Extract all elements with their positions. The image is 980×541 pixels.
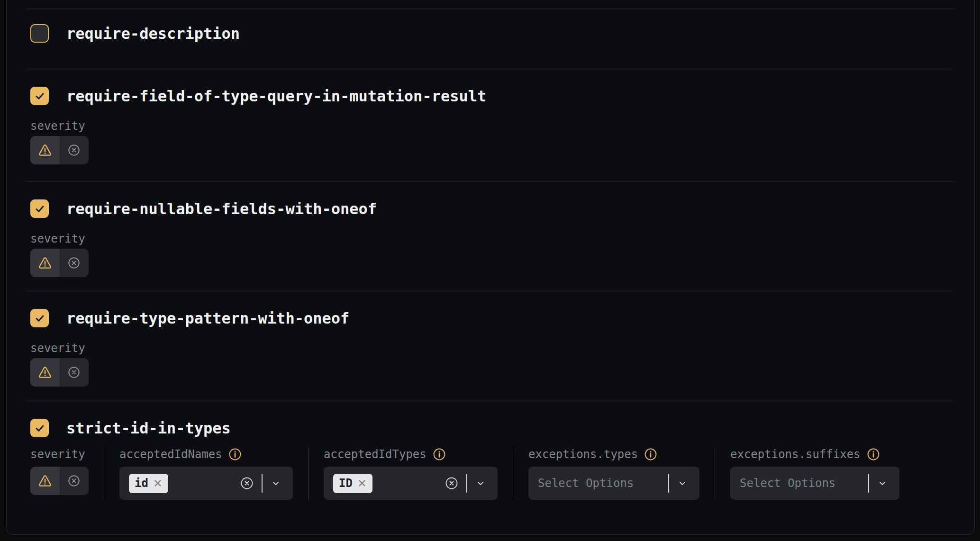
info-icon[interactable] (867, 448, 880, 460)
warning-icon (37, 473, 53, 488)
rule-name: require-description (66, 25, 240, 43)
severity-off-button[interactable] (60, 358, 89, 387)
option-group-exceptions-suffixes: exceptions.suffixes Select Options (730, 448, 899, 500)
x-circle-icon (67, 365, 81, 379)
rule-row-require-description: require-description (7, 9, 974, 69)
rule-checkbox[interactable] (30, 199, 49, 218)
field-label: exceptions.types (528, 448, 638, 461)
check-icon (34, 90, 45, 102)
clear-icon[interactable] (240, 476, 254, 490)
selected-tag: ID (333, 474, 372, 493)
select-divider (668, 474, 669, 493)
tag-label: id (135, 477, 148, 490)
check-icon (34, 203, 45, 215)
severity-warn-button[interactable] (30, 249, 60, 277)
severity-label: severity (30, 342, 974, 355)
severity-off-button[interactable] (60, 249, 89, 277)
vertical-separator (104, 448, 104, 500)
severity-toggle (30, 249, 89, 277)
severity-toggle (30, 467, 89, 495)
tag-label: ID (339, 477, 353, 490)
check-icon (34, 423, 45, 434)
option-group-acceptedIdNames: acceptedIdNames id (119, 448, 293, 500)
warning-icon (37, 365, 53, 380)
x-circle-icon (67, 474, 81, 488)
rule-row-strict-id-in-types: strict-id-in-types severity (7, 401, 974, 535)
warning-icon (37, 255, 53, 270)
check-icon (34, 313, 45, 324)
rule-row-require-nullable-fields-with-oneof: require-nullable-fields-with-oneof sever… (7, 182, 974, 291)
multiselect-acceptedIdNames[interactable]: id (119, 467, 293, 500)
severity-off-button[interactable] (60, 467, 89, 495)
rule-checkbox[interactable] (30, 24, 49, 43)
rule-name: require-field-of-type-query-in-mutation-… (66, 87, 486, 105)
panel-top-spacer (7, 0, 974, 9)
severity-label: severity (30, 119, 974, 133)
tag-remove-icon[interactable] (153, 478, 163, 488)
chevron-down-icon[interactable] (677, 478, 688, 489)
severity-warn-button[interactable] (30, 358, 60, 387)
x-circle-icon (67, 143, 81, 157)
vertical-separator (308, 448, 309, 500)
option-group-acceptedIdTypes: acceptedIdTypes ID (324, 448, 498, 500)
severity-toggle (30, 358, 89, 387)
info-icon[interactable] (644, 448, 657, 460)
clear-icon[interactable] (445, 476, 459, 490)
chevron-down-icon[interactable] (877, 478, 888, 489)
rule-row-require-field-of-type-query-in-mutation-result: require-field-of-type-query-in-mutation-… (7, 69, 974, 181)
rule-row-require-type-pattern-with-oneof: require-type-pattern-with-oneof severity (7, 291, 974, 401)
select-divider (466, 474, 467, 493)
rule-name: require-type-pattern-with-oneof (66, 309, 349, 327)
severity-toggle (30, 136, 89, 164)
vertical-separator (513, 448, 513, 500)
select-placeholder: Select Options (538, 477, 634, 490)
severity-warn-button[interactable] (30, 467, 60, 495)
select-divider (262, 474, 263, 493)
info-icon[interactable] (229, 448, 241, 460)
severity-off-button[interactable] (60, 136, 89, 164)
warning-icon (37, 143, 53, 158)
option-group-severity: severity (30, 448, 89, 495)
selected-tag: id (129, 474, 168, 493)
rule-name: strict-id-in-types (66, 419, 231, 437)
option-group-exceptions-types: exceptions.types Select Options (528, 448, 699, 500)
rule-checkbox[interactable] (30, 87, 49, 105)
severity-warn-button[interactable] (30, 136, 60, 164)
severity-label: severity (30, 448, 89, 461)
multiselect-acceptedIdTypes[interactable]: ID (324, 467, 498, 500)
chevron-down-icon[interactable] (475, 478, 486, 489)
tag-remove-icon[interactable] (357, 478, 367, 488)
rules-panel: require-description require-field-of-typ… (6, 0, 975, 535)
select-divider (868, 474, 869, 493)
severity-label: severity (30, 232, 974, 245)
select-placeholder: Select Options (740, 477, 835, 490)
field-label: acceptedIdNames (119, 448, 222, 461)
rule-checkbox[interactable] (30, 419, 49, 437)
rule-checkbox[interactable] (30, 309, 49, 327)
field-label: acceptedIdTypes (324, 448, 426, 461)
rule-name: require-nullable-fields-with-oneof (66, 200, 377, 218)
multiselect-exceptions-suffixes[interactable]: Select Options (730, 467, 899, 500)
multiselect-exceptions-types[interactable]: Select Options (528, 467, 699, 500)
chevron-down-icon[interactable] (270, 478, 281, 489)
x-circle-icon (67, 256, 81, 270)
field-label: exceptions.suffixes (730, 448, 861, 461)
info-icon[interactable] (433, 448, 445, 460)
vertical-separator (715, 448, 715, 500)
